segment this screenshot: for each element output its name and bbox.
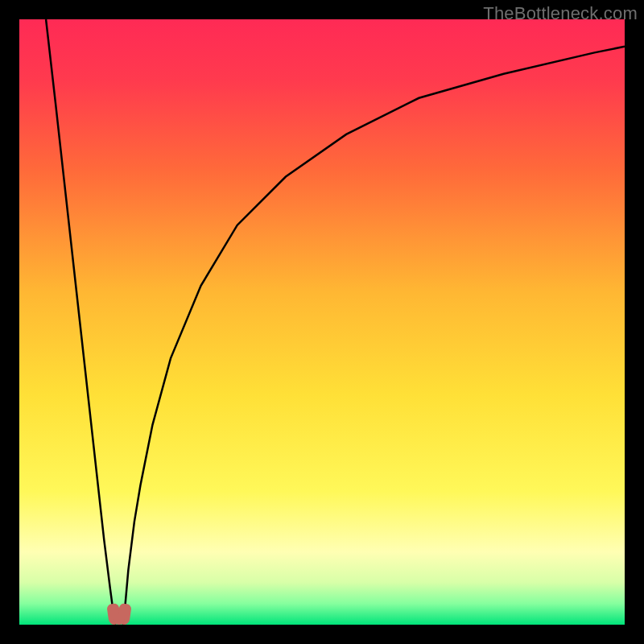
- curve-right-branch: [123, 47, 625, 625]
- chart-frame: TheBottleneck.com: [0, 0, 644, 644]
- plot-area: [19, 19, 625, 625]
- optimum-marker: [107, 594, 131, 625]
- curve-left-branch: [46, 19, 115, 625]
- watermark-text: TheBottleneck.com: [483, 3, 638, 24]
- bottleneck-curve: [19, 19, 625, 625]
